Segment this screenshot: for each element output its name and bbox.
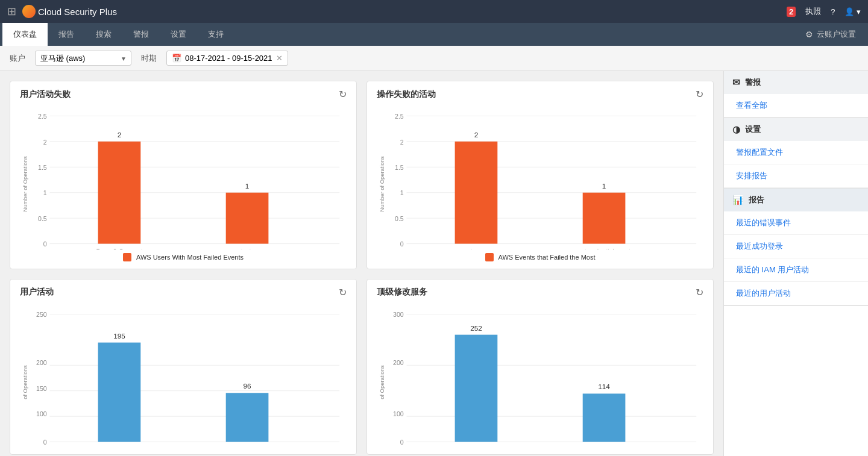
tab-settings[interactable]: 设置 (160, 23, 197, 46)
svg-text:0: 0 (43, 240, 47, 248)
svg-text:100: 100 (393, 410, 404, 417)
svg-text:300: 300 (393, 311, 404, 318)
bar-4-2 (583, 393, 626, 442)
refresh-icon-1[interactable]: ↻ (339, 89, 347, 100)
right-sidebar: ✉ 警报 查看全部 ◑ 设置 警报配置文件 安排报告 📊 报告 最近的错误事件 … (723, 71, 868, 456)
date-range-value: 08-17-2021 - 09-15-2021 (185, 54, 272, 63)
bar-3-2 (226, 393, 269, 442)
notification-badge[interactable]: 2 (787, 7, 796, 17)
sidebar-alerts-header: ✉ 警报 (724, 71, 868, 94)
bell-icon: ✉ (732, 77, 740, 88)
app-title-text: Cloud Security Plus (38, 7, 117, 17)
chart-user-activity: 用户活动 ↻ 250 200 150 100 0 (10, 279, 357, 455)
sidebar-recent-logins[interactable]: 最近成功登录 (724, 235, 868, 258)
tab-alerts[interactable]: 警报 (122, 23, 160, 46)
bar-chart-icon: 📊 (732, 195, 744, 205)
sidebar-settings-section: ◑ 设置 警报配置文件 安排报告 (724, 118, 868, 189)
sidebar-view-all[interactable]: 查看全部 (724, 94, 868, 117)
reports-section-title: 报告 (749, 195, 764, 205)
svg-text:1: 1 (400, 189, 404, 196)
sidebar-recent-user-activity[interactable]: 最近的用户活动 (724, 282, 868, 305)
svg-text:1.5: 1.5 (395, 164, 404, 171)
chart-svg-4: 300 200 100 0 of Operations 252 (377, 303, 703, 448)
chart-svg-1: 2.5 2 1.5 1 0.5 0 Number (20, 105, 347, 249)
license-link[interactable]: 执照 (805, 6, 821, 17)
sidebar-recent-iam[interactable]: 最近的 IAM 用户活动 (724, 258, 868, 282)
bar-1-1 (98, 142, 141, 244)
bar-chart-1: 2.5 2 1.5 1 0.5 0 Number (20, 105, 347, 249)
sidebar-reports-header: 📊 报告 (724, 189, 868, 211)
sidebar-alert-profile[interactable]: 警报配置文件 (724, 141, 868, 164)
bar-3-1 (98, 342, 141, 442)
svg-text:250: 250 (36, 311, 47, 318)
refresh-icon-3[interactable]: ↻ (339, 287, 347, 298)
tab-dashboard[interactable]: 仪表盘 (2, 23, 48, 46)
grid-icon[interactable]: ⊞ (7, 5, 16, 18)
svg-text:96: 96 (243, 382, 251, 390)
card-header-2: 操作失败的活动 ↻ (377, 89, 703, 100)
svg-text:150: 150 (36, 384, 47, 392)
cloud-account-settings-link[interactable]: 云账户设置 (817, 29, 856, 40)
svg-text:Number of Operations: Number of Operations (379, 156, 385, 212)
svg-text:2: 2 (118, 131, 122, 139)
svg-text:0.5: 0.5 (38, 215, 47, 222)
svg-text:2: 2 (474, 131, 479, 139)
menu-bar: 仪表盘 报告 搜索 警报 设置 支持 ⚙ 云账户设置 (0, 23, 868, 46)
pie-icon: ◑ (732, 124, 740, 135)
svg-text:2: 2 (43, 139, 47, 146)
bar-2-1 (455, 142, 498, 244)
bar-4-1 (455, 334, 498, 442)
svg-text:Dome9-Connect: Dome9-Connect (96, 248, 142, 249)
card-header-3: 用户活动 ↻ (20, 287, 347, 298)
svg-text:Number of Operations: Number of Operations (22, 156, 28, 212)
sidebar-recent-errors[interactable]: 最近的错误事件 (724, 211, 868, 235)
alerts-section-title: 警报 (745, 77, 761, 88)
chart-user-activity-failed: 用户活动失败 ↻ 2.5 2 1.5 1 0.5 0 (10, 81, 357, 269)
help-icon[interactable]: ? (831, 7, 835, 16)
chart-title-4: 顶级修改服务 (377, 287, 427, 298)
tab-reports[interactable]: 报告 (48, 23, 85, 46)
svg-text:csp_test_user: csp_test_user (227, 248, 267, 249)
chart-area-1: 2.5 2 1.5 1 0.5 0 Number (20, 105, 347, 261)
chart-failed-operations: 操作失败的活动 ↻ 2.5 2 1.5 1 0.5 0 (366, 81, 714, 269)
svg-text:0: 0 (400, 240, 404, 248)
svg-text:0: 0 (400, 439, 404, 446)
sidebar-alerts-section: ✉ 警报 查看全部 (724, 71, 868, 118)
chart-legend-1: AWS Users With Most Failed Events (20, 253, 347, 261)
account-label: 账户 (10, 53, 25, 64)
top-nav: ⊞ Cloud Security Plus 2 执照 ? 👤 ▾ (0, 0, 868, 23)
sidebar-settings-header: ◑ 设置 (724, 118, 868, 141)
svg-text:0.5: 0.5 (395, 215, 404, 222)
card-header-1: 用户活动失败 ↻ (20, 89, 347, 100)
filter-bar: 账户 亚马逊 (aws) 时期 📅 08-17-2021 - 09-15-202… (0, 46, 868, 71)
svg-text:getgroup: getgroup (464, 248, 489, 249)
app-logo (22, 5, 36, 18)
bar-chart-3: 250 200 150 100 0 of Operations 195 (20, 303, 347, 448)
svg-text:200: 200 (36, 359, 47, 366)
chart-title-2: 操作失败的活动 (377, 89, 436, 100)
svg-text:114: 114 (598, 383, 610, 390)
svg-text:200: 200 (393, 359, 404, 366)
content-area: 用户活动失败 ↻ 2.5 2 1.5 1 0.5 0 (0, 71, 723, 456)
date-range-clear[interactable]: ✕ (276, 54, 283, 63)
account-select-wrapper: 亚马逊 (aws) (35, 51, 131, 66)
account-icon[interactable]: 👤 ▾ (844, 7, 861, 16)
account-select[interactable]: 亚马逊 (aws) (35, 51, 131, 66)
chart-title-3: 用户活动 (20, 287, 54, 298)
period-label: 时期 (141, 53, 157, 64)
tab-search[interactable]: 搜索 (85, 23, 122, 46)
svg-text:195: 195 (113, 331, 125, 339)
svg-text:1: 1 (245, 182, 250, 190)
svg-text:2.5: 2.5 (38, 113, 47, 120)
svg-text:252: 252 (470, 323, 482, 331)
svg-text:2.5: 2.5 (395, 113, 404, 120)
refresh-icon-2[interactable]: ↻ (696, 89, 703, 100)
legend-color-2 (485, 253, 494, 261)
bar-chart-4: 300 200 100 0 of Operations 252 (377, 303, 703, 448)
chart-area-2: 2.5 2 1.5 1 0.5 0 Number of Operations (377, 105, 703, 261)
menu-bar-right: ⚙ 云账户设置 (805, 29, 866, 40)
refresh-icon-4[interactable]: ↻ (696, 287, 703, 298)
tab-support[interactable]: 支持 (197, 23, 234, 46)
date-range-picker[interactable]: 📅 08-17-2021 - 09-15-2021 ✕ (166, 51, 288, 66)
sidebar-schedule-report[interactable]: 安排报告 (724, 164, 868, 188)
